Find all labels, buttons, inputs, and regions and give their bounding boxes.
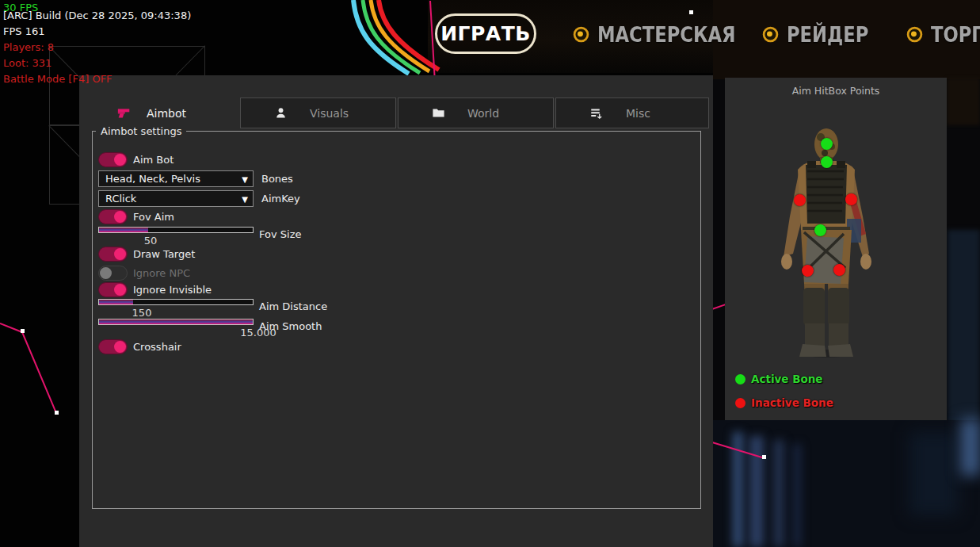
nav-item-label: РЕЙДЕР	[787, 22, 868, 47]
tab-label: World	[467, 107, 499, 120]
draw-target-toggle[interactable]	[98, 247, 128, 262]
folder-icon	[432, 106, 445, 120]
hitbox-point-right-arm	[845, 193, 857, 205]
ignore-invisible-toggle[interactable]	[98, 282, 128, 297]
player-model	[780, 125, 891, 359]
crosshair-label: Crosshair	[133, 341, 181, 353]
legend-inactive-label: Inactive Bone	[751, 396, 833, 409]
bones-dropdown[interactable]: Head, Neck, Pelvis ▼	[98, 170, 254, 187]
nav-item-trade[interactable]: ТОРГОВЛЯ	[906, 22, 980, 47]
aimkey-dropdown[interactable]: RClick ▼	[98, 190, 254, 207]
fov-aim-label: Fov Aim	[133, 211, 174, 223]
slider-fill	[99, 319, 253, 324]
esp-target-dot	[55, 411, 59, 415]
legend-active-bone: Active Bone	[735, 373, 823, 385]
hitbox-point-pelvis	[814, 224, 826, 236]
esp-target-dot	[21, 329, 25, 333]
hud-fps: FPS 161	[3, 24, 45, 40]
aim-smooth-value: 15.000	[240, 327, 276, 339]
legend-active-label: Active Bone	[751, 373, 823, 385]
nav-item-workshop[interactable]: МАСТЕРСКАЯ	[573, 22, 762, 47]
aim-bot-toggle[interactable]	[98, 152, 128, 167]
playlist-add-icon	[589, 106, 604, 120]
toggle-knob	[114, 211, 126, 223]
legend-inactive-bone: Inactive Bone	[735, 396, 833, 409]
scene-light-streak	[733, 432, 743, 547]
hud-battle-mode: Battle Mode [F4] OFF	[3, 71, 112, 87]
play-button-label: ИГРАТЬ	[440, 22, 531, 45]
play-button[interactable]: ИГРАТЬ	[435, 13, 536, 54]
ignore-npc-label: Ignore NPC	[133, 267, 190, 279]
aim-bot-label: Aim Bot	[133, 154, 174, 166]
hitbox-point-left-arm	[794, 194, 806, 206]
coin-icon	[573, 26, 589, 43]
bones-dropdown-value: Head, Neck, Pelvis	[105, 173, 200, 185]
crosshair-toggle[interactable]	[98, 339, 128, 354]
fov-aim-toggle[interactable]	[98, 209, 128, 224]
hitbox-point-left-knee	[802, 265, 814, 277]
aim-distance-slider[interactable]	[98, 299, 254, 305]
tab-world[interactable]: World	[398, 98, 554, 128]
coin-icon	[906, 26, 923, 43]
hitbox-point-right-knee	[833, 264, 845, 276]
aimkey-dropdown-value: RClick	[105, 193, 136, 205]
scene-light-streak	[793, 444, 801, 547]
aim-distance-label: Aim Distance	[259, 300, 327, 312]
scene-glow	[909, 432, 959, 515]
chevron-down-icon: ▼	[242, 172, 248, 187]
esp-line	[0, 323, 22, 333]
toggle-knob	[114, 284, 126, 296]
tab-misc[interactable]: Misc	[555, 98, 709, 128]
esp-line	[21, 332, 57, 414]
hitbox-point-neck	[821, 156, 833, 168]
slider-fill	[99, 228, 148, 232]
nav-item-label: МАСТЕРСКАЯ	[597, 22, 736, 47]
scene-light-streak	[749, 436, 764, 547]
person-icon	[274, 106, 288, 120]
tab-label: Aimbot	[147, 107, 186, 120]
active-bone-dot	[735, 374, 745, 384]
toggle-knob	[100, 267, 112, 279]
tab-visuals[interactable]: Visuals	[240, 98, 396, 128]
scene-light-streak	[773, 440, 784, 547]
hitbox-preview-panel: Aim HitBox Points	[725, 78, 947, 420]
pistol-icon	[117, 106, 131, 120]
nav-item-raider[interactable]: РЕЙДЕР	[762, 22, 884, 47]
hud-loot-count: Loot: 331	[3, 55, 51, 71]
aimkey-label: AimKey	[261, 193, 300, 205]
ignore-invisible-label: Ignore Invisible	[133, 284, 212, 296]
toggle-knob	[114, 248, 126, 260]
toggle-knob	[114, 341, 126, 353]
ignore-npc-toggle[interactable]	[98, 266, 128, 281]
hud-build-info: [ARC] Build (Dec 28 2025, 09:43:38)	[3, 8, 191, 24]
cheat-menu-panel: Aimbot Visuals World Misc Aimbot setti	[79, 75, 713, 547]
scene-glow	[961, 419, 980, 476]
inactive-bone-dot	[735, 398, 745, 408]
aimbot-settings-title: Aimbot settings	[96, 125, 186, 137]
tab-label: Misc	[626, 107, 650, 120]
fov-size-value: 50	[144, 235, 158, 247]
coin-icon	[762, 26, 779, 43]
bones-label: Bones	[261, 173, 293, 185]
draw-target-label: Draw Target	[133, 248, 195, 260]
hud-players-count: Players: 8	[3, 40, 54, 55]
scene-blue-strip	[948, 230, 980, 424]
tab-label: Visuals	[310, 107, 349, 120]
hitbox-panel-title: Aim HitBox Points	[725, 85, 947, 97]
aim-smooth-slider[interactable]	[98, 319, 254, 325]
scene-brown-patch	[947, 78, 980, 125]
fov-size-label: Fov Size	[259, 228, 301, 240]
nav-item-label: ТОРГОВЛЯ	[931, 22, 980, 47]
fov-size-slider[interactable]	[98, 227, 254, 233]
slider-fill	[99, 300, 133, 304]
toggle-knob	[114, 154, 126, 166]
tab-aimbot[interactable]: Aimbot	[103, 98, 238, 128]
game-screen: 30 FPS [ARC] Build (Dec 28 2025, 09:43:3…	[0, 0, 980, 547]
chevron-down-icon: ▼	[242, 192, 248, 207]
hitbox-point-head	[821, 138, 833, 150]
aim-distance-value: 150	[132, 307, 152, 319]
